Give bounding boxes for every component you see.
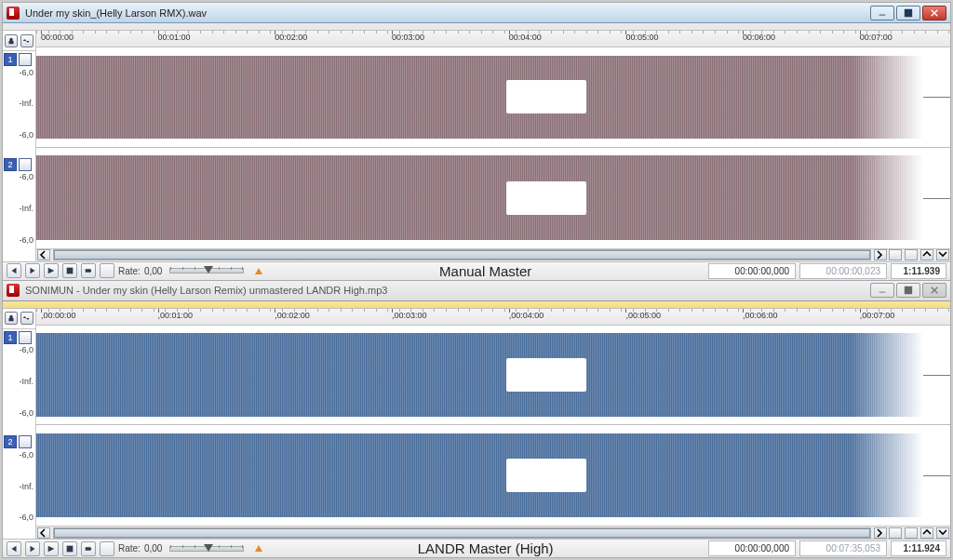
wave-toggle-icon[interactable] [20,312,34,325]
time-ruler[interactable]: 00:00:0000:01:0000:02:0000:03:0000:04:00… [36,31,950,47]
zoom-out-button[interactable] [905,527,918,539]
zoom-out-button[interactable] [905,249,918,260]
rate-marker-icon [255,545,262,552]
window-title: Under my skin_(Helly Larson RMX).wav [25,7,870,19]
rate-value: 0,00 [144,543,162,553]
overview-strip[interactable] [3,301,950,309]
prev-button[interactable] [7,541,21,556]
channel-badge-1[interactable]: 1 [4,53,34,66]
timecode-start[interactable]: 00:00:00,000 [708,263,796,279]
zoom-up-button[interactable] [920,527,933,539]
status-bar: Rate: 0,00 LANDR Master (High) 00:00:00,… [3,539,950,557]
scroll-right-button[interactable] [874,249,887,260]
channel-badge-2[interactable]: 2 [4,435,34,448]
lock-icon[interactable] [5,312,18,325]
stop-button[interactable] [62,263,77,278]
waveform-view[interactable] [36,47,950,248]
window-title: SONIMUN - Under my skin (Helly Larson Re… [25,285,870,296]
timecode-end[interactable]: 00:00:00,023 [799,263,887,279]
timecode-duration[interactable]: 1:11.924 [891,540,946,556]
next-button[interactable] [25,263,40,278]
rate-label: Rate: [118,266,141,276]
zoom-down-button[interactable] [936,527,949,539]
prev-button[interactable] [7,263,21,278]
close-button[interactable] [922,283,946,298]
minimize-button[interactable] [870,6,894,20]
title-bar[interactable]: SONIMUN - Under my skin (Helly Larson Re… [3,281,950,301]
minimize-button[interactable] [870,283,894,298]
overview-strip[interactable] [3,23,950,31]
lock-icon[interactable] [5,34,18,47]
scroll-left-button[interactable] [37,527,50,539]
add-button[interactable] [100,263,114,278]
horizontal-scroll[interactable] [36,248,950,261]
app-icon [7,7,20,20]
rate-slider[interactable] [169,546,244,552]
status-bar: Rate: 0,00 Manual Master 00:00:00,000 00… [3,261,950,280]
scroll-left-button[interactable] [37,249,50,260]
loop-button[interactable] [81,541,96,556]
add-button[interactable] [100,541,114,556]
time-ruler[interactable]: ,00:00:00,00:01:00,00:02:00,00:03:00,00:… [36,309,950,326]
stop-button[interactable] [62,541,77,556]
timecode-duration[interactable]: 1:11.939 [891,263,946,279]
zoom-up-button[interactable] [920,249,933,260]
title-bar[interactable]: Under my skin_(Helly Larson RMX).wav [3,3,950,23]
rate-slider[interactable] [169,268,244,273]
panel-caption: Manual Master [266,263,705,279]
rate-value: 0,00 [144,266,162,276]
timecode-start[interactable]: 00:00:00,000 [708,540,796,556]
channel-badge-2[interactable]: 2 [4,158,34,171]
zoom-in-button[interactable] [889,527,902,539]
loop-button[interactable] [81,263,96,278]
rate-marker-icon [255,268,262,274]
timecode-end[interactable]: 00:07:35,053 [799,540,887,556]
panel-caption: LANDR Master (High) [266,540,705,556]
maximize-button[interactable] [896,6,920,20]
wave-toggle-icon[interactable] [20,34,34,47]
scroll-right-button[interactable] [874,527,887,539]
play-button[interactable] [44,263,59,278]
editor-panel-0: Under my skin_(Helly Larson RMX).wav 1 [2,2,951,281]
play-button[interactable] [44,541,59,556]
waveform-view[interactable] [36,326,950,527]
app-icon [7,284,20,297]
close-button[interactable] [922,6,946,20]
maximize-button[interactable] [896,283,920,298]
rate-label: Rate: [118,543,141,553]
horizontal-scroll[interactable] [36,526,950,539]
zoom-down-button[interactable] [936,249,949,260]
amplitude-scale: 1 -6,0 -Inf. -6,0 2 -6,0 -Inf. -6,0 [3,329,35,540]
editor-panel-1: SONIMUN - Under my skin (Helly Larson Re… [2,281,951,559]
zoom-in-button[interactable] [889,249,902,260]
amplitude-scale: 1 -6,0 -Inf. -6,0 2 -6,0 -Inf. -6,0 [3,51,35,261]
next-button[interactable] [25,541,40,556]
channel-badge-1[interactable]: 1 [4,331,34,344]
